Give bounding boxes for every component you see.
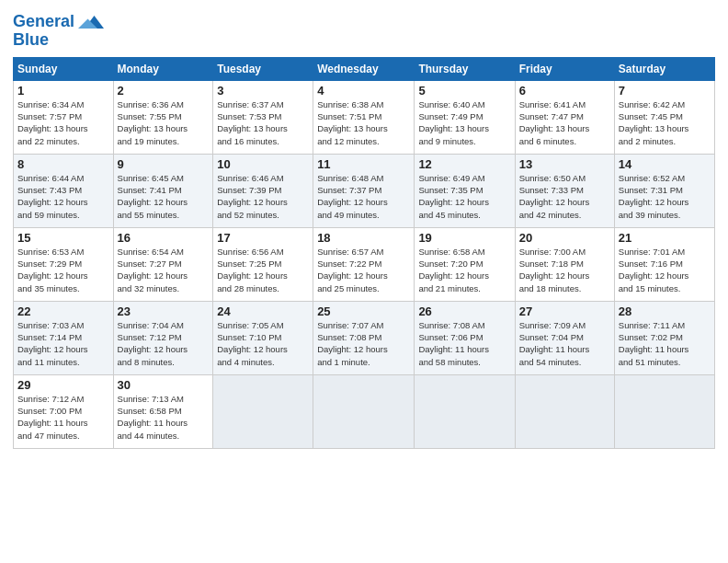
table-row: 24Sunrise: 7:05 AMSunset: 7:10 PMDayligh… <box>213 301 313 374</box>
table-row: 17Sunrise: 6:56 AMSunset: 7:25 PMDayligh… <box>213 227 313 301</box>
weekday-header-friday: Friday <box>515 57 614 80</box>
table-row: 20Sunrise: 7:00 AMSunset: 7:18 PMDayligh… <box>515 227 614 301</box>
table-row: 12Sunrise: 6:49 AMSunset: 7:35 PMDayligh… <box>415 154 515 227</box>
table-row: 7Sunrise: 6:42 AMSunset: 7:45 PMDaylight… <box>614 80 714 154</box>
weekday-header-monday: Monday <box>113 57 213 80</box>
weekday-header-row: SundayMondayTuesdayWednesdayThursdayFrid… <box>14 57 715 80</box>
table-row <box>614 374 714 448</box>
weekday-header-tuesday: Tuesday <box>213 57 313 80</box>
table-row: 5Sunrise: 6:40 AMSunset: 7:49 PMDaylight… <box>415 80 515 154</box>
calendar-body: 1Sunrise: 6:34 AMSunset: 7:57 PMDaylight… <box>14 80 715 448</box>
calendar-week-5: 29Sunrise: 7:12 AMSunset: 7:00 PMDayligh… <box>14 374 715 448</box>
table-row: 25Sunrise: 7:07 AMSunset: 7:08 PMDayligh… <box>313 301 415 374</box>
table-row: 10Sunrise: 6:46 AMSunset: 7:39 PMDayligh… <box>213 154 313 227</box>
logo-icon <box>78 9 104 35</box>
table-row: 18Sunrise: 6:57 AMSunset: 7:22 PMDayligh… <box>313 227 415 301</box>
table-row: 6Sunrise: 6:41 AMSunset: 7:47 PMDaylight… <box>515 80 614 154</box>
table-row: 2Sunrise: 6:36 AMSunset: 7:55 PMDaylight… <box>113 80 213 154</box>
weekday-header-thursday: Thursday <box>415 57 515 80</box>
logo: General Blue <box>13 9 104 50</box>
table-row: 4Sunrise: 6:38 AMSunset: 7:51 PMDaylight… <box>313 80 415 154</box>
weekday-header-sunday: Sunday <box>14 57 114 80</box>
header: General Blue <box>13 9 715 50</box>
table-row: 22Sunrise: 7:03 AMSunset: 7:14 PMDayligh… <box>14 301 114 374</box>
table-row: 8Sunrise: 6:44 AMSunset: 7:43 PMDaylight… <box>14 154 114 227</box>
calendar-week-3: 15Sunrise: 6:53 AMSunset: 7:29 PMDayligh… <box>14 227 715 301</box>
table-row: 14Sunrise: 6:52 AMSunset: 7:31 PMDayligh… <box>614 154 714 227</box>
table-row: 19Sunrise: 6:58 AMSunset: 7:20 PMDayligh… <box>415 227 515 301</box>
table-row: 27Sunrise: 7:09 AMSunset: 7:04 PMDayligh… <box>515 301 614 374</box>
table-row <box>313 374 415 448</box>
logo-text: General <box>13 13 74 31</box>
calendar-table: SundayMondayTuesdayWednesdayThursdayFrid… <box>13 57 715 449</box>
weekday-header-wednesday: Wednesday <box>313 57 415 80</box>
table-row <box>415 374 515 448</box>
calendar-week-2: 8Sunrise: 6:44 AMSunset: 7:43 PMDaylight… <box>14 154 715 227</box>
table-row: 1Sunrise: 6:34 AMSunset: 7:57 PMDaylight… <box>14 80 114 154</box>
calendar-week-1: 1Sunrise: 6:34 AMSunset: 7:57 PMDaylight… <box>14 80 715 154</box>
table-row: 13Sunrise: 6:50 AMSunset: 7:33 PMDayligh… <box>515 154 614 227</box>
table-row: 9Sunrise: 6:45 AMSunset: 7:41 PMDaylight… <box>113 154 213 227</box>
calendar-container: General Blue SundayMondayTuesdayWednesda… <box>0 0 728 563</box>
table-row: 28Sunrise: 7:11 AMSunset: 7:02 PMDayligh… <box>614 301 714 374</box>
table-row: 16Sunrise: 6:54 AMSunset: 7:27 PMDayligh… <box>113 227 213 301</box>
weekday-header-saturday: Saturday <box>614 57 714 80</box>
logo-text2: Blue <box>13 31 49 50</box>
table-row <box>213 374 313 448</box>
table-row: 30Sunrise: 7:13 AMSunset: 6:58 PMDayligh… <box>113 374 213 448</box>
table-row: 15Sunrise: 6:53 AMSunset: 7:29 PMDayligh… <box>14 227 114 301</box>
table-row <box>515 374 614 448</box>
table-row: 21Sunrise: 7:01 AMSunset: 7:16 PMDayligh… <box>614 227 714 301</box>
calendar-week-4: 22Sunrise: 7:03 AMSunset: 7:14 PMDayligh… <box>14 301 715 374</box>
table-row: 3Sunrise: 6:37 AMSunset: 7:53 PMDaylight… <box>213 80 313 154</box>
table-row: 29Sunrise: 7:12 AMSunset: 7:00 PMDayligh… <box>14 374 114 448</box>
table-row: 23Sunrise: 7:04 AMSunset: 7:12 PMDayligh… <box>113 301 213 374</box>
table-row: 26Sunrise: 7:08 AMSunset: 7:06 PMDayligh… <box>415 301 515 374</box>
table-row: 11Sunrise: 6:48 AMSunset: 7:37 PMDayligh… <box>313 154 415 227</box>
